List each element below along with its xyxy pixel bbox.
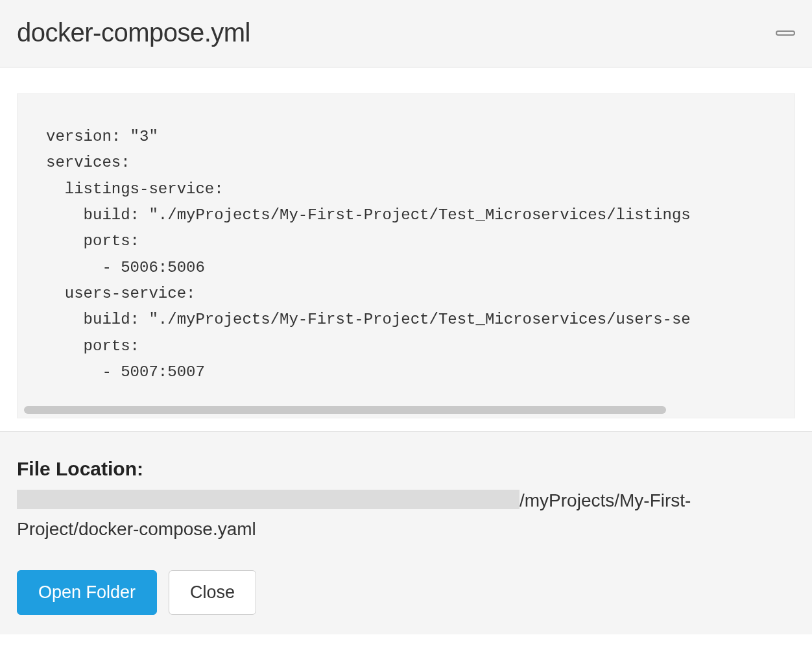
modal-header: docker-compose.yml: [0, 0, 812, 67]
horizontal-scrollbar-track[interactable]: [24, 406, 788, 414]
collapse-icon[interactable]: [776, 30, 795, 36]
modal-footer: File Location: /myProjects/My-First-Proj…: [0, 431, 812, 634]
button-row: Open Folder Close: [17, 570, 795, 615]
close-button[interactable]: Close: [169, 570, 256, 615]
horizontal-scrollbar-thumb[interactable]: [24, 406, 666, 414]
file-location-path: /myProjects/My-First-Project/docker-comp…: [17, 486, 795, 543]
code-text: version: "3" services: listings-service:…: [18, 124, 794, 385]
code-block: version: "3" services: listings-service:…: [17, 93, 795, 418]
modal-content: version: "3" services: listings-service:…: [0, 67, 812, 431]
file-location-label: File Location:: [17, 458, 795, 480]
modal-title: docker-compose.yml: [17, 18, 250, 47]
redacted-path-prefix: [17, 490, 519, 509]
open-folder-button[interactable]: Open Folder: [17, 570, 157, 615]
